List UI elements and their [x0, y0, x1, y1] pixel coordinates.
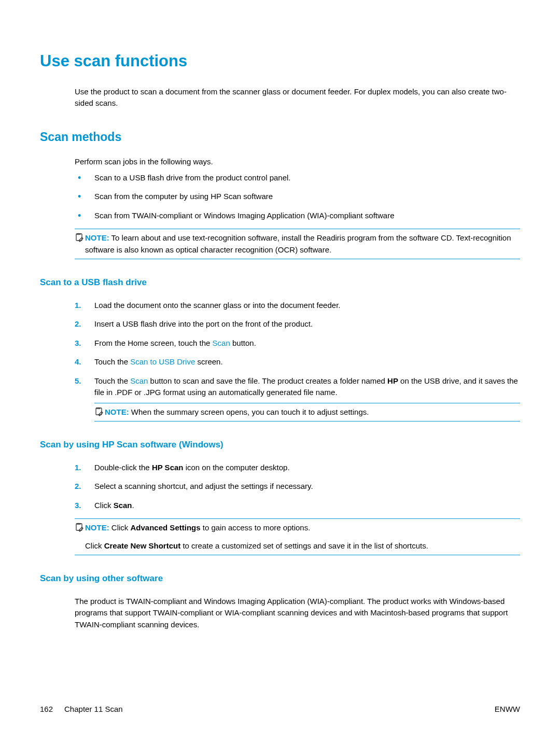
list-item: 4. Touch the Scan to USB Drive screen.	[75, 356, 520, 368]
page-number: 162	[40, 705, 53, 713]
scan-methods-list: Scan to a USB flash drive from the produ…	[75, 172, 520, 222]
list-item: 5. Touch the Scan button to scan and sav…	[75, 375, 520, 422]
list-item: Scan to a USB flash drive from the produ…	[75, 172, 520, 184]
create-new-shortcut-name: Create New Shortcut	[104, 541, 181, 550]
note-text: To learn about and use text-recognition …	[85, 233, 511, 254]
list-item: 2. Insert a USB flash drive into the por…	[75, 318, 520, 330]
list-item: 3. From the Home screen, touch the Scan …	[75, 338, 520, 349]
note-content: NOTE: To learn about and use text-recogn…	[85, 232, 520, 256]
usb-steps: 1. Load the document onto the scanner gl…	[75, 300, 520, 422]
note-box: NOTE: To learn about and use text-recogn…	[75, 229, 520, 259]
scan-methods-intro: Perform scan jobs in the following ways.	[75, 156, 520, 168]
step-text: Double-click the	[94, 463, 152, 472]
list-item: 2. Select a scanning shortcut, and adjus…	[75, 481, 520, 493]
ui-term-scan-to-usb-drive: Scan to USB Drive	[130, 357, 195, 366]
section-heading-scan-methods: Scan methods	[40, 128, 520, 146]
note-icon	[75, 233, 84, 242]
other-software-paragraph: The product is TWAIN-compliant and Windo…	[75, 596, 520, 631]
step-text: Insert a USB flash drive into the port o…	[94, 319, 313, 328]
intro-paragraph: Use the product to scan a document from …	[75, 86, 520, 109]
step-number: 3.	[75, 338, 81, 349]
hpscan-steps: 1. Double-click the HP Scan icon on the …	[75, 462, 520, 512]
step-number: 1.	[75, 300, 81, 312]
note-label: NOTE:	[85, 233, 109, 242]
note-continuation: Click Create New Shortcut to create a cu…	[85, 540, 520, 552]
chapter-label: Chapter 11 Scan	[64, 705, 123, 713]
footer-left: 162Chapter 11 Scan	[40, 704, 123, 715]
step-text: Select a scanning shortcut, and adjust t…	[94, 482, 313, 490]
step-number: 5.	[75, 375, 81, 387]
step-text: button to scan and save the file. The pr…	[148, 376, 387, 385]
subsection-heading-usb: Scan to a USB flash drive	[40, 276, 520, 289]
note-content: NOTE: When the summary screen opens, you…	[105, 406, 520, 418]
note-box: NOTE: When the summary screen opens, you…	[94, 403, 520, 422]
step-number: 4.	[75, 356, 81, 368]
note-text: Click	[111, 523, 131, 532]
ui-term-scan: Scan	[130, 376, 148, 385]
note-text: Click	[85, 541, 104, 550]
note-box: NOTE: Click Advanced Settings to gain ac…	[75, 518, 520, 555]
step-number: 1.	[75, 462, 81, 474]
list-item: 3. Click Scan.	[75, 500, 520, 512]
scan-button-name: Scan	[114, 501, 132, 510]
list-item: 1. Load the document onto the scanner gl…	[75, 300, 520, 312]
note-label: NOTE:	[105, 407, 129, 416]
page-title: Use scan functions	[40, 49, 520, 74]
step-text: Load the document onto the scanner glass…	[94, 301, 341, 310]
step-text: Click	[94, 501, 114, 510]
list-item: 1. Double-click the HP Scan icon on the …	[75, 462, 520, 474]
note-icon	[94, 407, 104, 416]
step-number: 2.	[75, 318, 81, 330]
subsection-heading-hpscan: Scan by using HP Scan software (Windows)	[40, 438, 520, 452]
footer-right: ENWW	[495, 704, 520, 715]
note-icon	[75, 523, 84, 532]
step-number: 3.	[75, 500, 81, 512]
ui-term-scan: Scan	[213, 339, 230, 347]
note-label: NOTE:	[85, 523, 109, 532]
step-text: button.	[230, 339, 256, 347]
hp-scan-icon-name: HP Scan	[152, 463, 184, 472]
folder-name-hp: HP	[387, 376, 398, 385]
note-text: to create a customized set of settings a…	[180, 541, 428, 550]
page-footer: 162Chapter 11 Scan ENWW	[40, 704, 520, 715]
advanced-settings-name: Advanced Settings	[131, 523, 201, 532]
note-text: to gain access to more options.	[201, 523, 311, 532]
step-text: icon on the computer desktop.	[183, 463, 289, 472]
list-item: Scan from TWAIN-compliant or Windows Ima…	[75, 210, 520, 222]
step-text: .	[132, 501, 134, 510]
list-item: Scan from the computer by using HP Scan …	[75, 191, 520, 203]
step-number: 2.	[75, 481, 81, 493]
step-text: screen.	[195, 357, 222, 366]
note-text: When the summary screen opens, you can t…	[131, 407, 369, 416]
step-text: Touch the	[94, 376, 130, 385]
step-text: From the Home screen, touch the	[94, 339, 213, 347]
step-text: Touch the	[94, 357, 130, 366]
note-content: NOTE: Click Advanced Settings to gain ac…	[85, 522, 520, 552]
subsection-heading-other: Scan by using other software	[40, 572, 520, 585]
